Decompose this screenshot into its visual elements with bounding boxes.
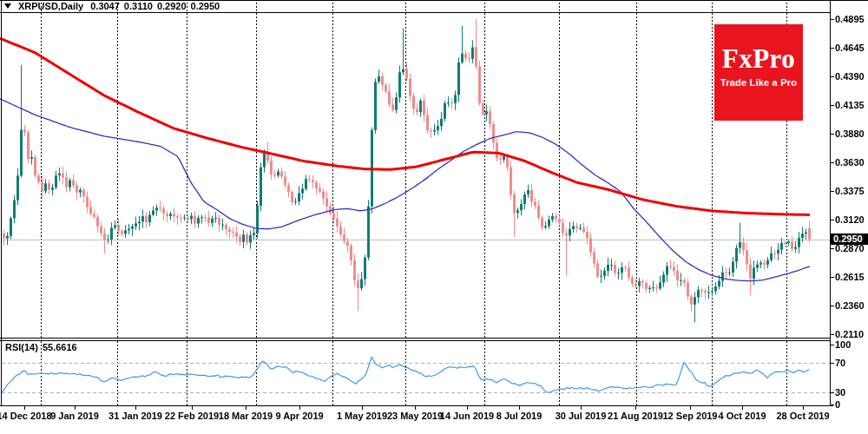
- price-axis-label: 0.3880: [835, 128, 868, 139]
- price-axis-label: 0.4645: [835, 43, 868, 53]
- close-value: 0.2950: [191, 1, 220, 11]
- price-axis-label: 0.4895: [835, 14, 868, 24]
- rsi-panel-top-border: [0, 340, 830, 341]
- rsi-axis-label: 70: [835, 358, 868, 368]
- fxpro-logo-title: FxPro: [714, 43, 803, 75]
- price-axis-label: 0.2110: [835, 329, 868, 339]
- rsi-indicator-label: RSI(14)55.6616: [5, 342, 77, 352]
- open-value: 0.3047: [90, 1, 120, 11]
- main-chart-top-border: [0, 12, 830, 13]
- price-axis-label: 0.4390: [835, 71, 868, 82]
- rsi-name: RSI(14): [5, 342, 38, 352]
- time-axis-label: 28 Oct 2019: [764, 411, 842, 421]
- rsi-axis-label: 0: [835, 399, 868, 410]
- price-axis-border[interactable]: [830, 0, 831, 406]
- main-chart-bottom-border: [0, 338, 830, 339]
- rsi-axis-label: 100: [835, 339, 868, 350]
- high-value: 0.3110: [124, 1, 153, 11]
- price-axis-label: 0.2615: [835, 272, 868, 282]
- current-price-tag: 0.2950: [831, 233, 868, 245]
- price-axis-label: 0.3120: [835, 214, 868, 225]
- chart-left-border: [1, 0, 2, 405]
- low-value: 0.2920: [157, 1, 187, 11]
- symbol-timeframe: XRPUSD,Daily: [18, 1, 83, 11]
- rsi-value: 55.6616: [43, 342, 77, 352]
- price-axis-label: 0.2360: [835, 300, 868, 311]
- price-axis-label: 0.3630: [835, 157, 868, 168]
- time-axis-line: [0, 405, 833, 406]
- triangle-down-icon[interactable]: [4, 3, 11, 9]
- fxpro-logo: FxPro Trade Like a Pro: [714, 24, 803, 121]
- fxpro-logo-tagline: Trade Like a Pro: [714, 77, 803, 88]
- price-axis-label: 0.3375: [835, 186, 868, 196]
- price-axis-label: 0.4135: [835, 100, 868, 110]
- rsi-axis-label: 30: [835, 387, 868, 398]
- ohlc-header: XRPUSD,Daily0.30470.31100.29200.2950: [4, 1, 220, 11]
- mt4-chart-window: XRPUSD,Daily0.30470.31100.29200.2950 RSI…: [0, 0, 868, 434]
